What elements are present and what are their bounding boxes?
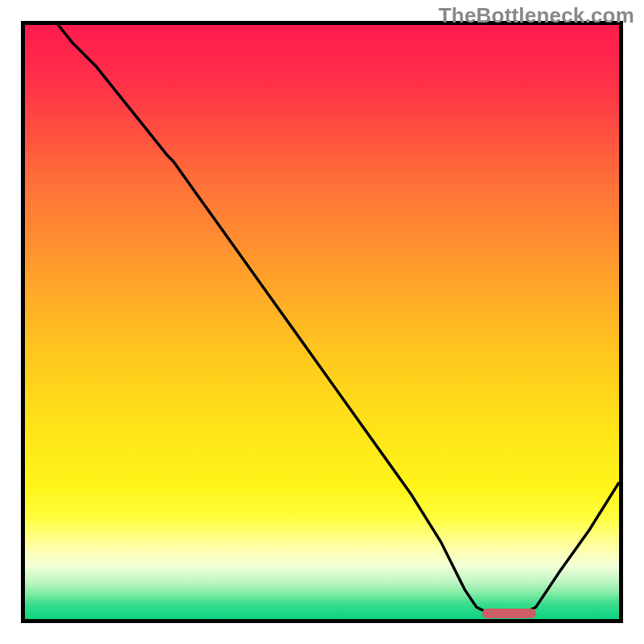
chart-background-gradient: [25, 25, 619, 619]
watermark-text: TheBottleneck.com: [439, 3, 634, 28]
chart-frame: [21, 21, 623, 623]
optimal-range-marker: [482, 609, 535, 618]
svg-rect-0: [25, 25, 619, 619]
